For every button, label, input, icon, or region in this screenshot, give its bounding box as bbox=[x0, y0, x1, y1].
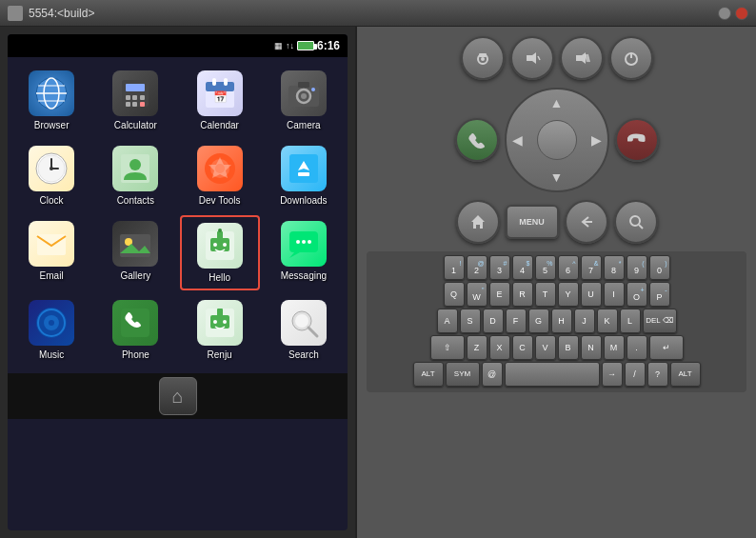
key-h[interactable]: H bbox=[551, 309, 572, 333]
dpad[interactable]: ▲ ▼ ◀ ▶ bbox=[505, 88, 609, 192]
back-button[interactable] bbox=[565, 200, 608, 244]
end-call-button[interactable] bbox=[615, 118, 659, 162]
svg-marker-68 bbox=[527, 52, 536, 64]
key-c[interactable]: C bbox=[512, 335, 533, 360]
home-button[interactable]: ⌂ bbox=[159, 377, 197, 415]
app-item-camera[interactable]: Camera bbox=[264, 65, 344, 136]
svg-point-60 bbox=[223, 320, 227, 324]
key-w[interactable]: "W bbox=[467, 282, 487, 307]
camera-button[interactable] bbox=[461, 36, 505, 80]
key-s[interactable]: S bbox=[460, 309, 481, 333]
key-0[interactable]: )0 bbox=[649, 255, 670, 280]
key-t[interactable]: T bbox=[535, 282, 556, 307]
key-k[interactable]: K bbox=[597, 309, 618, 333]
key-f[interactable]: F bbox=[506, 309, 527, 333]
app-item-calendar[interactable]: 📅Calendar bbox=[180, 65, 260, 136]
key-slash[interactable]: / bbox=[625, 362, 646, 387]
key-3[interactable]: #3 bbox=[489, 255, 510, 280]
svg-rect-61 bbox=[217, 309, 223, 316]
search-ctrl-button[interactable] bbox=[614, 200, 658, 244]
bottom-controls-row: MENU bbox=[456, 200, 658, 244]
key-g[interactable]: G bbox=[528, 309, 549, 333]
key-question[interactable]: ? bbox=[647, 362, 668, 387]
key-at[interactable]: @ bbox=[482, 362, 503, 387]
key-q[interactable]: Q bbox=[444, 282, 465, 307]
key-v[interactable]: V bbox=[535, 335, 556, 360]
dpad-down[interactable]: ▼ bbox=[550, 169, 564, 185]
close-button[interactable] bbox=[735, 7, 748, 20]
key-i[interactable]: I bbox=[604, 282, 625, 307]
home-ctrl-button[interactable] bbox=[456, 200, 500, 244]
app-item-gallery[interactable]: Gallery bbox=[95, 215, 175, 290]
app-item-hello[interactable]: Hello bbox=[180, 215, 260, 290]
app-item-contacts[interactable]: Contacts bbox=[95, 140, 175, 211]
app-item-browser[interactable]: Browser bbox=[11, 65, 91, 136]
key-1[interactable]: !1 bbox=[444, 255, 465, 280]
svg-line-64 bbox=[308, 328, 317, 336]
svg-rect-16 bbox=[224, 78, 228, 86]
key-space[interactable] bbox=[505, 362, 600, 387]
key-7[interactable]: &7 bbox=[581, 255, 602, 280]
key-z[interactable]: Z bbox=[467, 335, 487, 360]
key-y[interactable]: Y bbox=[558, 282, 579, 307]
key-alt-right[interactable]: ALT bbox=[670, 362, 701, 387]
app-item-email[interactable]: Email bbox=[11, 215, 91, 290]
svg-point-44 bbox=[223, 243, 227, 247]
menu-button[interactable]: MENU bbox=[506, 205, 559, 239]
calculator-label: Calculator bbox=[114, 120, 157, 130]
key-d[interactable]: D bbox=[483, 309, 504, 333]
key-a[interactable]: A bbox=[437, 309, 458, 333]
app-item-renju[interactable]: Renju bbox=[180, 294, 260, 366]
key-arrow[interactable]: → bbox=[602, 362, 623, 387]
messaging-label: Messaging bbox=[281, 270, 327, 281]
key-b[interactable]: B bbox=[558, 335, 579, 360]
key-x[interactable]: X bbox=[489, 335, 510, 360]
contacts-icon bbox=[112, 146, 158, 191]
key-6[interactable]: ^6 bbox=[558, 255, 579, 280]
gallery-label: Gallery bbox=[121, 270, 151, 281]
app-item-devtools[interactable]: Dev Tools bbox=[180, 140, 260, 211]
power-button[interactable] bbox=[609, 36, 653, 80]
dpad-ring: ▲ ▼ ◀ ▶ bbox=[505, 88, 609, 192]
minimize-button[interactable] bbox=[718, 7, 731, 20]
key-2[interactable]: @2 bbox=[467, 255, 487, 280]
key-e[interactable]: E bbox=[489, 282, 510, 307]
key-j[interactable]: J bbox=[574, 309, 595, 333]
key-period[interactable]: . bbox=[627, 335, 647, 360]
key-9[interactable]: (9 bbox=[627, 255, 647, 280]
svg-marker-75 bbox=[471, 215, 485, 229]
vol-up-button[interactable] bbox=[560, 36, 604, 80]
key-l[interactable]: L bbox=[620, 309, 641, 333]
key-del[interactable]: DEL ⌫ bbox=[643, 309, 677, 333]
app-item-downloads[interactable]: Downloads bbox=[264, 140, 344, 211]
app-item-phone[interactable]: Phone bbox=[95, 294, 175, 366]
app-item-clock[interactable]: Clock bbox=[11, 140, 91, 211]
key-sym[interactable]: SYM bbox=[446, 362, 480, 387]
camera-icon bbox=[281, 70, 327, 116]
app-item-search[interactable]: Search bbox=[264, 294, 344, 366]
app-item-messaging[interactable]: Messaging bbox=[264, 215, 344, 290]
app-item-calculator[interactable]: Calculator bbox=[95, 65, 175, 136]
key-8[interactable]: *8 bbox=[604, 255, 625, 280]
app-item-music[interactable]: Music bbox=[11, 294, 91, 366]
call-button[interactable] bbox=[455, 118, 499, 162]
dpad-left[interactable]: ◀ bbox=[512, 132, 523, 148]
key-r[interactable]: R bbox=[512, 282, 533, 307]
key-p[interactable]: -P bbox=[649, 282, 670, 307]
key-4[interactable]: $4 bbox=[512, 255, 533, 280]
key-enter[interactable]: ↵ bbox=[649, 335, 684, 360]
status-bar: ▦ ↑↓ 6:16 bbox=[8, 34, 348, 57]
key-o[interactable]: +O bbox=[627, 282, 647, 307]
dpad-up[interactable]: ▲ bbox=[550, 95, 564, 110]
svg-rect-9 bbox=[140, 95, 145, 100]
dpad-center[interactable] bbox=[537, 120, 577, 160]
key-n[interactable]: N bbox=[581, 335, 602, 360]
vol-down-button[interactable] bbox=[510, 36, 554, 80]
key-u[interactable]: U bbox=[581, 282, 602, 307]
key-m[interactable]: M bbox=[604, 335, 625, 360]
window-title: 5554:<build> bbox=[29, 7, 718, 20]
dpad-right[interactable]: ▶ bbox=[591, 132, 602, 148]
key-shift[interactable]: ⇧ bbox=[430, 335, 465, 360]
key-5[interactable]: %5 bbox=[535, 255, 556, 280]
key-alt-left[interactable]: ALT bbox=[413, 362, 444, 387]
